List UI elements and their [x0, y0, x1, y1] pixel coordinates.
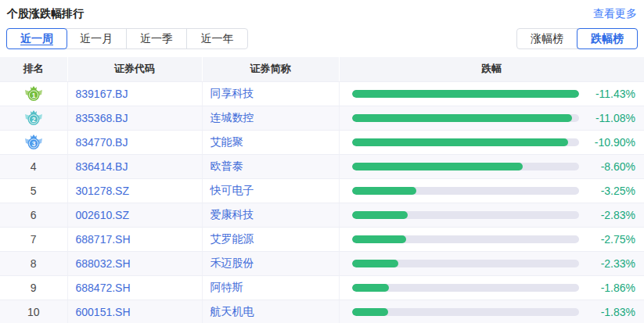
table-row: 3834770.BJ艾能聚-10.90% [0, 130, 644, 154]
stock-name-link[interactable]: 航天机电 [210, 305, 254, 318]
stock-code-cell: 688472.SH [67, 275, 202, 300]
change-bar-track [352, 138, 579, 146]
change-cell: -1.83% [339, 300, 644, 323]
silver-medal-icon-rank-2: 2 [24, 109, 43, 126]
table-row: 5301278.SZ快可电子-3.25% [0, 178, 644, 203]
board-tab-0[interactable]: 涨幅榜 [517, 29, 577, 48]
stock-code-link[interactable]: 301278.SZ [76, 185, 130, 197]
rank-number: 10 [0, 300, 67, 323]
bronze-medal-icon-rank-3: 3 [24, 134, 43, 150]
stock-name-link[interactable]: 欧普泰 [210, 160, 243, 172]
view-more-link[interactable]: 查看更多 [593, 7, 637, 21]
change-value: -1.83% [601, 306, 635, 318]
stock-name-cell: 快可电子 [202, 178, 339, 203]
period-tab-group: 近一周近一月近一季近一年 [6, 28, 248, 49]
change-bar [352, 211, 408, 219]
change-bar-track [352, 163, 579, 170]
change-bar-track [352, 187, 579, 195]
change-bar-track [352, 114, 579, 122]
stock-code-cell: 600151.SH [67, 300, 202, 323]
board-tab-1[interactable]: 跌幅榜 [577, 28, 638, 49]
change-bar [352, 284, 389, 292]
stock-code-link[interactable]: 839167.BJ [76, 88, 128, 100]
change-bar [352, 90, 579, 98]
stock-name-link[interactable]: 阿特斯 [210, 281, 243, 293]
stock-name-link[interactable]: 爱康科技 [210, 208, 254, 221]
stock-code-cell: 839167.BJ [67, 81, 202, 106]
table-row: 1839167.BJ同享科技-11.43% [0, 81, 644, 106]
stock-name-cell: 同享科技 [202, 81, 339, 106]
stock-code-link[interactable]: 688032.SH [76, 257, 131, 270]
change-bar-track [352, 308, 579, 316]
stock-code-cell: 836414.BJ [67, 154, 202, 178]
stock-name-link[interactable]: 同享科技 [210, 87, 254, 99]
stock-code-cell: 301278.SZ [67, 178, 202, 203]
column-header-0: 排名 [0, 57, 67, 81]
change-value: -2.83% [601, 209, 635, 221]
stock-name-cell: 禾迈股份 [202, 251, 339, 275]
period-tab-0[interactable]: 近一周 [6, 28, 67, 49]
change-bar [352, 114, 572, 122]
stock-code-cell: 688032.SH [67, 251, 202, 275]
rank-number: 9 [0, 275, 67, 300]
change-bar-track [352, 211, 579, 219]
change-bar [352, 235, 407, 243]
rank-medal-2: 2 [0, 106, 67, 130]
change-cell: -11.43% [339, 81, 644, 106]
column-header-1: 证券代码 [67, 57, 202, 81]
rank-number: 8 [0, 251, 67, 275]
rank-number: 5 [0, 178, 67, 203]
stock-code-link[interactable]: 600151.SH [76, 306, 131, 318]
change-value: -1.86% [601, 282, 635, 294]
period-tab-3[interactable]: 近一年 [187, 29, 247, 48]
change-cell: -2.75% [339, 227, 644, 251]
stock-code-cell: 688717.SH [67, 227, 202, 251]
page-title: 个股涨跌幅排行 [7, 7, 84, 21]
stock-name-link[interactable]: 禾迈股份 [210, 257, 254, 269]
stock-name-link[interactable]: 连城数控 [210, 111, 254, 124]
change-cell: -11.08% [339, 106, 644, 130]
period-tab-1[interactable]: 近一月 [67, 29, 127, 48]
widget-header: 个股涨跌幅排行 查看更多 [0, 0, 644, 21]
change-bar-track [352, 235, 579, 243]
rank-medal-3: 3 [0, 130, 67, 154]
stock-name-cell: 艾能聚 [202, 130, 339, 154]
stock-name-cell: 航天机电 [202, 300, 339, 323]
stock-name-link[interactable]: 艾能聚 [210, 135, 243, 148]
change-cell: -2.33% [339, 251, 644, 275]
table-row: 9688472.SH阿特斯-1.86% [0, 275, 644, 300]
stock-code-link[interactable]: 836414.BJ [76, 160, 128, 173]
change-cell: -1.86% [339, 275, 644, 300]
stock-name-link[interactable]: 快可电子 [210, 184, 254, 196]
svg-text:2: 2 [31, 116, 35, 124]
stock-code-link[interactable]: 834770.BJ [76, 136, 128, 149]
change-cell: -3.25% [339, 178, 644, 203]
stock-code-link[interactable]: 002610.SZ [76, 209, 130, 221]
stock-code-cell: 834770.BJ [67, 130, 202, 154]
table-header-row: 排名证券代码证券简称跌幅 [0, 57, 644, 81]
column-header-3: 跌幅 [339, 57, 644, 81]
change-bar-track [352, 90, 579, 98]
change-value: -8.60% [601, 160, 635, 173]
table-row: 8688032.SH禾迈股份-2.33% [0, 251, 644, 275]
change-cell: -8.60% [339, 154, 644, 178]
stock-code-cell: 002610.SZ [67, 203, 202, 227]
period-tab-2[interactable]: 近一季 [127, 29, 187, 48]
stock-code-link[interactable]: 688717.SH [76, 233, 131, 246]
stock-code-cell: 835368.BJ [67, 106, 202, 130]
change-value: -2.33% [601, 257, 635, 270]
stock-name-link[interactable]: 艾罗能源 [210, 232, 254, 245]
svg-text:1: 1 [31, 92, 35, 99]
change-bar [352, 187, 416, 195]
stock-code-link[interactable]: 835368.BJ [76, 112, 128, 124]
svg-text:3: 3 [31, 140, 35, 148]
change-value: -11.08% [595, 112, 635, 124]
stock-code-link[interactable]: 688472.SH [76, 282, 131, 294]
change-value: -3.25% [601, 185, 635, 197]
stock-name-cell: 艾罗能源 [202, 227, 339, 251]
change-value: -10.90% [595, 136, 635, 149]
table-row: 2835368.BJ连城数控-11.08% [0, 106, 644, 130]
stock-name-cell: 连城数控 [202, 106, 339, 130]
column-header-2: 证券简称 [202, 57, 339, 81]
stock-ranking-widget: 个股涨跌幅排行 查看更多 近一周近一月近一季近一年 涨幅榜跌幅榜 排名证券代码证… [0, 0, 644, 323]
